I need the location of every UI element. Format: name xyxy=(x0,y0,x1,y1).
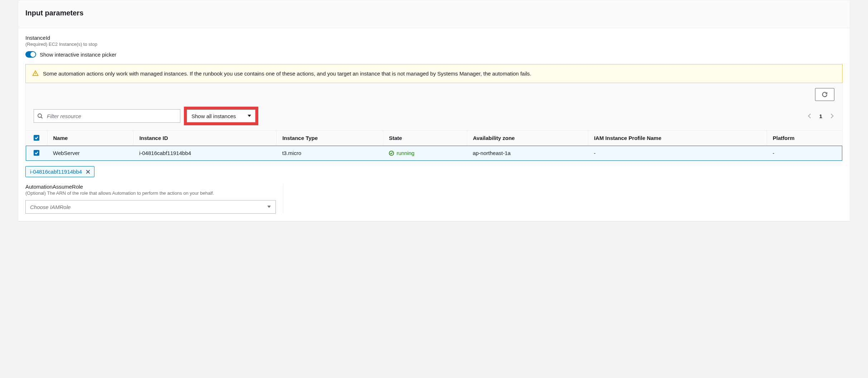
selected-instance-token: i-04816cabf11914bb4 xyxy=(25,166,94,177)
cell-name: WebServer xyxy=(47,146,133,161)
col-instance-type: Instance Type xyxy=(277,131,383,146)
select-all-checkbox[interactable] xyxy=(34,135,39,141)
svg-point-2 xyxy=(38,114,42,117)
selected-instance-token-label: i-04816cabf11914bb4 xyxy=(30,169,82,175)
page-next[interactable] xyxy=(829,113,834,118)
assume-role-label: AutomationAssumeRole xyxy=(25,184,276,190)
instanceid-field: InstanceId (Required) EC2 Instance(s) to… xyxy=(25,35,843,184)
show-picker-toggle-label: Show interactive instance picker xyxy=(40,52,116,58)
cell-az: ap-northeast-1a xyxy=(467,146,588,161)
col-name: Name xyxy=(47,131,133,146)
col-platform: Platform xyxy=(767,131,842,146)
section-title: Input parameters xyxy=(25,9,843,17)
pagination: 1 xyxy=(807,113,834,119)
assume-role-field: AutomationAssumeRole (Optional) The ARN … xyxy=(25,184,283,214)
cell-platform: - xyxy=(767,146,842,161)
svg-point-1 xyxy=(35,74,35,75)
row-checkbox[interactable] xyxy=(34,150,39,156)
refresh-button[interactable] xyxy=(815,88,834,101)
warning-text: Some automation actions only work with m… xyxy=(43,69,531,78)
chevron-right-icon xyxy=(829,113,834,118)
assume-role-desc: (Optional) The ARN of the role that allo… xyxy=(25,190,276,196)
show-picker-toggle[interactable] xyxy=(25,51,36,58)
filter-resource-input[interactable] xyxy=(34,109,180,123)
status-ok-icon xyxy=(389,150,394,156)
table-row[interactable]: WebServer i-04816cabf11914bb4 t3.micro xyxy=(26,146,842,161)
instance-scope-label: Show all instances xyxy=(191,113,236,119)
assume-role-placeholder: Choose IAMRole xyxy=(30,204,70,210)
cell-state-text: running xyxy=(396,150,414,156)
page-prev[interactable] xyxy=(807,113,812,118)
cell-iam: - xyxy=(588,146,767,161)
page-number: 1 xyxy=(819,113,822,119)
caret-down-icon xyxy=(247,113,252,119)
managed-instance-warning: Some automation actions only work with m… xyxy=(25,64,843,83)
cell-instance-type: t3.micro xyxy=(277,146,383,161)
col-az: Availability zone xyxy=(467,131,588,146)
cell-state: running xyxy=(383,146,467,161)
close-icon xyxy=(86,169,91,174)
warning-icon xyxy=(32,70,39,78)
col-iam: IAM Instance Profile Name xyxy=(588,131,767,146)
remove-token-button[interactable] xyxy=(86,169,91,174)
cell-instance-id: i-04816cabf11914bb4 xyxy=(133,146,277,161)
instanceid-desc: (Required) EC2 Instance(s) to stop xyxy=(25,42,843,47)
instance-table: Name Instance ID Instance Type State Ava… xyxy=(26,130,842,161)
svg-line-3 xyxy=(41,117,43,118)
chevron-left-icon xyxy=(807,113,812,118)
search-icon xyxy=(37,113,43,119)
assume-role-select[interactable]: Choose IAMRole xyxy=(25,200,276,214)
col-instance-id: Instance ID xyxy=(133,131,277,146)
col-state: State xyxy=(383,131,467,146)
instanceid-label: InstanceId xyxy=(25,35,843,41)
filter-resource-search[interactable] xyxy=(34,109,180,123)
refresh-icon xyxy=(821,91,828,98)
instance-scope-select[interactable]: Show all instances xyxy=(187,110,255,122)
caret-down-icon xyxy=(267,204,271,210)
instance-picker: Show all instances 1 xyxy=(25,83,843,161)
